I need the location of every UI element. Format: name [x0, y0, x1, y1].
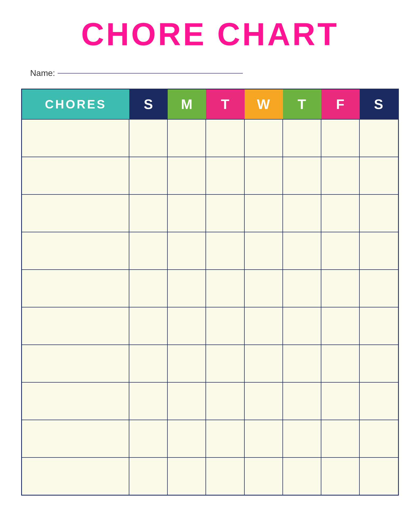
cell-5-thu	[283, 270, 321, 307]
cell-6-thu	[283, 307, 321, 344]
table-row	[22, 119, 398, 157]
cell-10-tue	[206, 458, 244, 495]
cell-2-sat	[360, 157, 398, 194]
cell-9-thu	[283, 420, 321, 457]
cell-6-fri	[321, 307, 360, 344]
cell-4-thu	[283, 232, 321, 269]
header-wednesday: W	[245, 89, 283, 119]
table-row	[22, 194, 398, 232]
name-underline	[58, 73, 243, 74]
chore-name-4	[22, 232, 129, 269]
cell-1-mon	[168, 120, 206, 157]
cell-9-fri	[321, 420, 360, 457]
header-tuesday: T	[206, 89, 244, 119]
name-row: Name:	[25, 68, 395, 78]
table-row	[22, 382, 398, 420]
cell-2-mon	[168, 157, 206, 194]
table-row	[22, 420, 398, 457]
cell-7-sun	[129, 345, 168, 382]
cell-8-mon	[168, 383, 206, 420]
cell-8-tue	[206, 383, 244, 420]
cell-5-sat	[360, 270, 398, 307]
page-title: CHORE CHART	[81, 16, 339, 52]
cell-10-sun	[129, 458, 168, 495]
cell-8-wed	[245, 383, 283, 420]
cell-3-wed	[245, 195, 283, 232]
table-row	[22, 457, 398, 495]
chore-name-9	[22, 420, 129, 457]
cell-2-sun	[129, 157, 168, 194]
cell-1-sun	[129, 120, 168, 157]
chore-name-1	[22, 120, 129, 157]
cell-1-wed	[245, 120, 283, 157]
cell-7-sat	[360, 345, 398, 382]
cell-9-tue	[206, 420, 244, 457]
chart-body	[22, 119, 398, 495]
cell-7-mon	[168, 345, 206, 382]
cell-6-sat	[360, 307, 398, 344]
header-sunday1: S	[129, 89, 168, 119]
cell-4-sun	[129, 232, 168, 269]
cell-8-sat	[360, 383, 398, 420]
cell-8-sun	[129, 383, 168, 420]
chore-name-6	[22, 307, 129, 344]
cell-3-sat	[360, 195, 398, 232]
cell-4-sat	[360, 232, 398, 269]
cell-10-sat	[360, 458, 398, 495]
cell-10-mon	[168, 458, 206, 495]
cell-5-mon	[168, 270, 206, 307]
table-row	[22, 269, 398, 307]
cell-3-sun	[129, 195, 168, 232]
cell-1-fri	[321, 120, 360, 157]
chore-name-5	[22, 270, 129, 307]
cell-5-tue	[206, 270, 244, 307]
table-row	[22, 307, 398, 344]
cell-5-sun	[129, 270, 168, 307]
cell-4-mon	[168, 232, 206, 269]
cell-3-fri	[321, 195, 360, 232]
chore-chart: CHORES S M T W T F S	[21, 89, 399, 496]
cell-10-thu	[283, 458, 321, 495]
cell-5-fri	[321, 270, 360, 307]
table-row	[22, 344, 398, 382]
cell-1-thu	[283, 120, 321, 157]
header-saturday: S	[360, 89, 398, 119]
chore-name-3	[22, 195, 129, 232]
cell-10-fri	[321, 458, 360, 495]
cell-6-sun	[129, 307, 168, 344]
cell-3-thu	[283, 195, 321, 232]
cell-1-tue	[206, 120, 244, 157]
cell-7-thu	[283, 345, 321, 382]
cell-3-tue	[206, 195, 244, 232]
cell-9-sat	[360, 420, 398, 457]
cell-8-fri	[321, 383, 360, 420]
cell-7-fri	[321, 345, 360, 382]
cell-6-wed	[245, 307, 283, 344]
chart-header: CHORES S M T W T F S	[22, 89, 398, 119]
cell-9-mon	[168, 420, 206, 457]
cell-7-wed	[245, 345, 283, 382]
chore-name-10	[22, 458, 129, 495]
cell-6-tue	[206, 307, 244, 344]
cell-2-wed	[245, 157, 283, 194]
cell-1-sat	[360, 120, 398, 157]
chore-name-8	[22, 383, 129, 420]
cell-3-mon	[168, 195, 206, 232]
table-row	[22, 232, 398, 269]
header-thursday: T	[283, 89, 321, 119]
cell-8-thu	[283, 383, 321, 420]
chore-name-7	[22, 345, 129, 382]
cell-2-thu	[283, 157, 321, 194]
cell-6-mon	[168, 307, 206, 344]
cell-5-wed	[245, 270, 283, 307]
cell-9-sun	[129, 420, 168, 457]
cell-4-wed	[245, 232, 283, 269]
cell-7-tue	[206, 345, 244, 382]
header-chores: CHORES	[22, 89, 129, 119]
cell-10-wed	[245, 458, 283, 495]
cell-9-wed	[245, 420, 283, 457]
cell-2-tue	[206, 157, 244, 194]
cell-4-fri	[321, 232, 360, 269]
table-row	[22, 157, 398, 194]
name-label: Name:	[30, 68, 55, 78]
